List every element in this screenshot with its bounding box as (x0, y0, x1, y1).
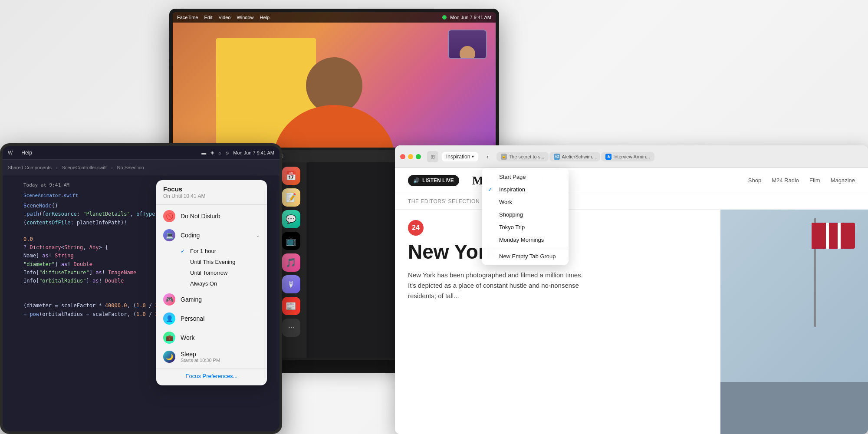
search-icon[interactable]: ⌕ (218, 150, 221, 155)
ipad-clock: Mon Jun 7 9:41 AM (233, 150, 274, 155)
nav-radio[interactable]: M24 Radio (772, 177, 799, 184)
traffic-lights (400, 154, 421, 159)
for-hour-check: ✓ (181, 248, 187, 254)
tab-label-3: Interview Armin... (613, 154, 650, 159)
dock-icon-notes[interactable]: 📝 (282, 188, 300, 207)
tab-favicon-3: a (605, 154, 612, 160)
tgd-start-page-label: Start Page (499, 174, 526, 180)
buildings-silhouette (720, 382, 868, 434)
ipad-menu-help[interactable]: Help (21, 150, 32, 156)
safari-content: 🔊 LISTEN LIVE MONO NO Shop M24 Radio Fil… (395, 168, 868, 434)
subnav-editors[interactable]: THE EDITORS' SELECTION (408, 198, 480, 204)
focus-subtitle: On Until 10:41 AM (163, 193, 260, 199)
focus-preferences-link[interactable]: Focus Preferences... (156, 370, 267, 382)
nav-film[interactable]: Film (809, 177, 820, 184)
speaker-icon: 🔊 (413, 178, 420, 184)
back-button[interactable]: ‹ (482, 151, 493, 162)
fullscreen-button[interactable] (416, 154, 421, 159)
focus-item-sleep[interactable]: 🌙 Sleep Starts at 10:30 PM (156, 347, 267, 366)
flag-image (720, 210, 868, 434)
tgd-inspiration[interactable]: ✓ Inspiration (482, 183, 569, 196)
dock-icon-more[interactable]: ⋯ (282, 319, 300, 337)
tab-label-2: AtelierSchwim... (562, 154, 596, 159)
focus-header: Focus On Until 10:41 AM (156, 185, 267, 203)
tgd-shopping-label: Shopping (499, 211, 523, 218)
listen-live-button[interactable]: 🔊 LISTEN LIVE (408, 175, 459, 186)
facetime-menu-help[interactable]: Help (260, 15, 270, 20)
ipad-menubar: W Help ▬ ◈ ⌕ ⎋ Mon Jun 7 9:41 AM (3, 146, 279, 160)
focus-item-dnd[interactable]: 🚫 Do Not Disturb (156, 207, 267, 226)
close-button[interactable] (400, 154, 405, 159)
tab-label-1: The secret to s... (509, 154, 544, 159)
tab-group-label: Inspiration (446, 154, 470, 160)
facetime-clock: Mon Jun 7 9:41 AM (450, 15, 491, 20)
facetime-menu-edit[interactable]: Edit (204, 15, 213, 20)
dock-icon-tv[interactable]: 📺 (282, 232, 300, 250)
focus-divider-2 (156, 368, 267, 368)
facetime-menubar-left: FaceTime Edit Video Window Help (177, 15, 270, 20)
facetime-menu-facetime[interactable]: FaceTime (177, 15, 198, 20)
breadcrumb-scene-controller[interactable]: SceneController.swift (62, 165, 107, 170)
safari-tab-1[interactable]: 🔒 The secret to s... (496, 152, 549, 161)
dock-icon-podcast[interactable]: 🎙 (282, 275, 300, 293)
nav-shop[interactable]: Shop (748, 177, 761, 184)
dock-icon-messages[interactable]: 💬 (282, 210, 300, 228)
pip-thumbnail (448, 30, 487, 59)
sub-item-for-hour[interactable]: ✓ For 1 hour (181, 246, 267, 256)
coding-chevron: ⌄ (256, 232, 260, 238)
dock-icon-music[interactable]: 🎵 (282, 253, 300, 272)
safari-tab-list: 🔒 The secret to s... AZ AtelierSchwim...… (496, 152, 863, 161)
tab-group-selector[interactable]: Inspiration ▾ (442, 152, 478, 161)
sidebar-toggle-button[interactable]: ⊞ (427, 151, 438, 162)
sub-item-always-on[interactable]: Always On (181, 278, 267, 289)
tgd-monday-mornings[interactable]: Monday Mornings (482, 233, 569, 246)
coding-submenu: ✓ For 1 hour Until This Evening Until To… (156, 245, 267, 290)
tgd-work[interactable]: Work (482, 196, 569, 208)
ipad-menubar-right: ▬ ◈ ⌕ ⎋ Mon Jun 7 9:41 AM (201, 150, 274, 155)
focus-popup: Focus On Until 10:41 AM 🚫 Do Not Disturb… (156, 180, 267, 385)
focus-item-work[interactable]: 💼 Work (156, 328, 267, 347)
dock-icon-calendar[interactable]: 📅 (282, 167, 300, 185)
tgd-work-label: Work (499, 199, 512, 205)
tgd-new-empty[interactable]: New Empty Tab Group (482, 250, 569, 263)
focus-item-gaming[interactable]: 🎮 Gaming (156, 290, 267, 309)
coding-label: Coding (181, 232, 250, 239)
pip-person (449, 30, 486, 58)
focus-item-coding[interactable]: 💻 Coding ⌄ (156, 226, 267, 245)
dock-icon-news[interactable]: 📰 (282, 297, 300, 315)
tgd-shopping[interactable]: Shopping (482, 208, 569, 221)
mono-main-content: 24 New York New York has been photograph… (395, 210, 868, 434)
ipad-toolbar: Shared Components › SceneController.swif… (3, 160, 279, 175)
personal-icon: 👤 (163, 312, 175, 325)
tgd-new-empty-label: New Empty Tab Group (499, 253, 556, 260)
nav-magazine[interactable]: Magazine (831, 177, 855, 184)
work-icon: 💼 (163, 332, 175, 344)
focus-item-personal[interactable]: 👤 Personal (156, 309, 267, 328)
chevron-down-icon: ▾ (472, 154, 474, 159)
breadcrumb-shared-components[interactable]: Shared Components (8, 165, 52, 170)
dnd-label: Do Not Disturb (181, 213, 260, 220)
coding-icon: 💻 (163, 229, 175, 241)
article-number: 24 (408, 220, 424, 236)
sub-item-until-evening[interactable]: Until This Evening (181, 256, 267, 267)
for-hour-label: For 1 hour (190, 248, 216, 254)
sub-item-until-tomorrow[interactable]: Until Tomorrow (181, 267, 267, 278)
tgd-tokyo-trip[interactable]: Tokyo Trip (482, 221, 569, 233)
facetime-menu-video[interactable]: Video (218, 15, 230, 20)
safari-tab-2[interactable]: AZ AtelierSchwim... (549, 152, 600, 161)
tgd-inspiration-label: Inspiration (499, 186, 525, 193)
mono-subnav: THE EDITORS' SELECTION HOTELS FOOD (395, 193, 868, 210)
camera-indicator (442, 15, 447, 20)
facetime-menu-window[interactable]: Window (237, 15, 253, 20)
safari-tab-3[interactable]: a Interview Armin... (601, 152, 654, 161)
tab-favicon-1: 🔒 (501, 154, 507, 160)
article-image (720, 210, 868, 434)
tgd-start-page[interactable]: Start Page (482, 171, 569, 183)
sleep-icon: 🌙 (163, 351, 175, 363)
until-tomorrow-label: Until Tomorrow (190, 270, 227, 276)
share-icon[interactable]: ⎋ (226, 150, 229, 155)
minimize-button[interactable] (408, 154, 413, 159)
mono-website: 🔊 LISTEN LIVE MONO NO Shop M24 Radio Fil… (395, 168, 868, 434)
mono-header: 🔊 LISTEN LIVE MONO NO Shop M24 Radio Fil… (395, 168, 868, 193)
focus-divider-1 (156, 204, 267, 205)
